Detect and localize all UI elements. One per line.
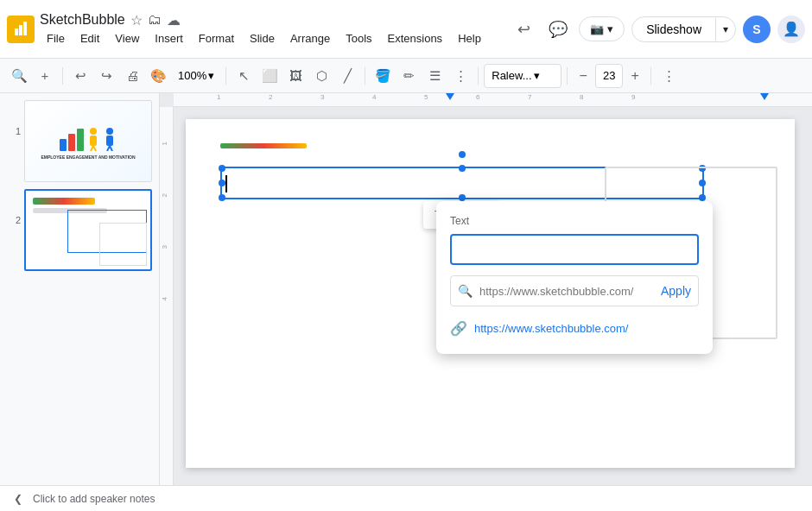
slide-1-thumbnail[interactable]: EMPLOYEE ENGAGEMENT AND MOTIVATION [24, 100, 152, 182]
slideshow-button[interactable]: Slideshow ▾ [631, 16, 736, 42]
slides-panel: 1 [0, 93, 160, 485]
more-align-button[interactable]: ⋮ [448, 64, 473, 88]
slide-1-container[interactable]: 1 [3, 100, 155, 182]
svg-rect-1 [15, 28, 18, 35]
zoom-selector[interactable]: 100% ▾ [172, 64, 220, 88]
menu-tools[interactable]: Tools [339, 30, 378, 47]
redo-button[interactable]: ↪ [94, 64, 118, 88]
svg-line-7 [93, 146, 96, 151]
existing-url[interactable]: https://www.sketchbubble.com/ [474, 322, 628, 335]
link-text-label: Text [450, 215, 699, 227]
menu-help[interactable]: Help [451, 30, 488, 47]
undo-button[interactable]: ↩ [68, 64, 92, 88]
top-right-actions: ↩ 💬 📷 ▾ Slideshow ▾ S 👤 [510, 16, 805, 43]
star-icon[interactable]: ☆ [130, 12, 143, 28]
image-tool[interactable]: 🖼 [283, 64, 308, 88]
more-toolbar-button[interactable]: ⋮ [657, 64, 681, 88]
font-size-area: − + [573, 64, 645, 88]
font-name-label: Ralew... [492, 69, 531, 82]
app-logo[interactable] [7, 16, 35, 43]
svg-line-11 [110, 146, 112, 151]
slideshow-main[interactable]: Slideshow [632, 17, 715, 41]
handle-bl[interactable] [219, 194, 225, 201]
slide-2-number: 2 [7, 189, 21, 225]
align-button[interactable]: ☰ [422, 64, 447, 88]
font-size-increase[interactable]: + [625, 64, 645, 88]
menu-bar: File Edit View Insert Format Slide Arran… [40, 30, 488, 47]
menu-edit[interactable]: Edit [73, 30, 106, 47]
svg-rect-3 [23, 22, 27, 35]
handle-tm[interactable] [459, 165, 466, 172]
line-tool[interactable]: ╱ [335, 64, 359, 88]
camera-icon: 📷 [590, 22, 604, 35]
sidebar-toggle-button[interactable]: ❮ [10, 489, 26, 508]
zoom-in-button[interactable]: + [33, 64, 57, 88]
notes-placeholder[interactable]: Click to add speaker notes [33, 493, 155, 505]
slide-canvas: ⊤ ⊞ ⊥ Text 🔍 Apply 🔗 https://www.sk [186, 119, 795, 468]
decoration-bar [220, 143, 307, 148]
toolbar: 🔍 + ↩ ↪ 🖨 🎨 100% ▾ ↖ ⬜ 🖼 ⬡ ╱ 🪣 ✏ ☰ ⋮ Ral… [0, 59, 812, 93]
zoom-label: 100% [178, 69, 206, 82]
slide-2-content: ⊤ ⊞ ⊥ Text 🔍 Apply 🔗 https://www.sk [186, 119, 795, 468]
slide-2-thumbnail[interactable] [24, 189, 152, 271]
menu-extensions[interactable]: Extensions [381, 30, 450, 47]
handle-ml[interactable] [219, 180, 225, 186]
font-dropdown-icon: ▾ [534, 69, 540, 82]
svg-point-8 [106, 128, 113, 135]
link-icon: 🔗 [450, 320, 467, 337]
select-shape-tool[interactable]: ⬜ [257, 64, 282, 88]
chat-button[interactable]: 💬 [544, 16, 572, 43]
link-url-row: 🔍 Apply [450, 275, 699, 306]
font-size-decrease[interactable]: − [573, 64, 593, 88]
cloud-icon[interactable]: ☁ [167, 12, 181, 28]
search-toolbar-button[interactable]: 🔍 [7, 64, 31, 88]
apply-button[interactable]: Apply [661, 284, 691, 298]
svg-rect-2 [19, 25, 22, 35]
slideshow-arrow-icon[interactable]: ▾ [715, 18, 735, 41]
menu-format[interactable]: Format [192, 30, 241, 47]
border-color-button[interactable]: ✏ [396, 64, 421, 88]
meet-dropdown-icon: ▾ [607, 22, 613, 35]
rotate-handle[interactable] [459, 151, 466, 158]
link-text-input[interactable] [450, 234, 699, 265]
handle-bm[interactable] [459, 194, 466, 201]
link-existing-row: 🔗 https://www.sketchbubble.com/ [450, 317, 699, 340]
meet-button[interactable]: 📷 ▾ [579, 16, 625, 41]
print-button[interactable]: 🖨 [120, 64, 144, 88]
account-button[interactable]: 👤 [777, 16, 805, 43]
history-button[interactable]: ↩ [510, 16, 537, 43]
handle-tl[interactable] [219, 165, 225, 172]
ruler-vertical: 1 2 3 4 [160, 107, 174, 485]
canvas-area: 1 2 3 4 5 6 7 8 9 1 2 3 4 [160, 93, 812, 485]
paint-format-button[interactable]: 🎨 [146, 64, 170, 88]
search-icon: 🔍 [458, 284, 473, 298]
menu-arrange[interactable]: Arrange [283, 30, 337, 47]
slide-2-container[interactable]: 2 [3, 189, 155, 271]
folder-icon[interactable]: 🗂 [148, 12, 162, 28]
ruler-horizontal: 1 2 3 4 5 6 7 8 9 [174, 93, 812, 107]
menu-view[interactable]: View [108, 30, 146, 47]
font-selector[interactable]: Ralew... ▾ [484, 64, 561, 88]
shape-tool[interactable]: ⬡ [309, 64, 333, 88]
top-bar: SketchBubble ☆ 🗂 ☁ File Edit View Insert… [0, 0, 812, 59]
app-title: SketchBubble [40, 12, 125, 28]
text-cursor [225, 175, 227, 192]
menu-slide[interactable]: Slide [243, 30, 282, 47]
fill-color-button[interactable]: 🪣 [371, 64, 395, 88]
status-bar: ❮ Click to add speaker notes [0, 485, 812, 511]
zoom-dropdown-icon: ▾ [208, 69, 214, 82]
svg-rect-9 [106, 136, 113, 146]
link-popup: Text 🔍 Apply 🔗 https://www.sketchbubble.… [436, 201, 713, 354]
app-title-area: SketchBubble ☆ 🗂 ☁ File Edit View Insert… [40, 12, 488, 47]
avatar[interactable]: S [743, 16, 771, 43]
menu-insert[interactable]: Insert [148, 30, 190, 47]
slide-1-number: 1 [7, 100, 21, 136]
slide-1-title: EMPLOYEE ENGAGEMENT AND MOTIVATION [39, 155, 136, 160]
main-layout: 1 [0, 93, 812, 485]
menu-file[interactable]: File [40, 30, 72, 47]
svg-rect-5 [90, 136, 97, 146]
font-size-input[interactable] [595, 64, 623, 88]
link-url-input[interactable] [479, 285, 654, 298]
svg-point-4 [90, 128, 97, 135]
cursor-tool[interactable]: ↖ [232, 64, 256, 88]
